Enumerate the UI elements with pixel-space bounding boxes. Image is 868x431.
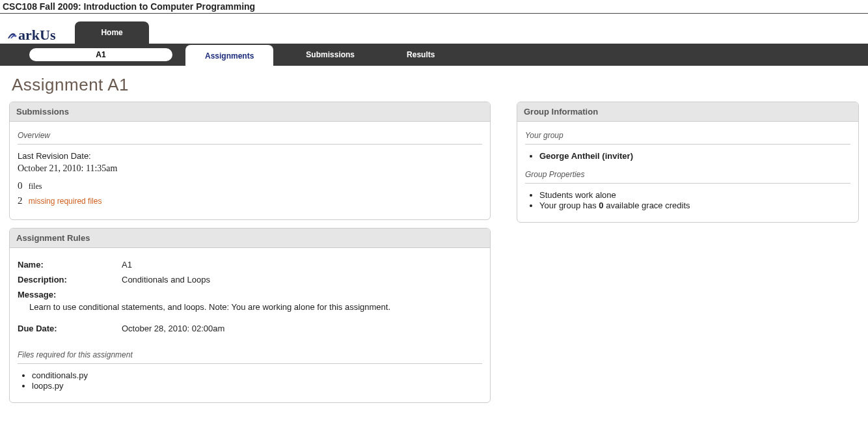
nav-assignments[interactable]: Assignments <box>185 45 273 66</box>
required-file: loops.py <box>32 381 482 391</box>
rule-name-value: A1 <box>122 260 482 270</box>
rule-name-label: Name: <box>18 260 122 270</box>
missing-files-line: 2 missing required files <box>18 195 482 206</box>
logo: arkUs <box>7 27 55 44</box>
right-column: Group Information Your group George Anth… <box>517 102 859 230</box>
left-column: Submissions Overview Last Revision Date:… <box>9 102 491 411</box>
group-props-list: Students work alone Your group has 0 ava… <box>539 190 850 210</box>
group-panel: Group Information Your group George Anth… <box>517 102 859 223</box>
submissions-panel-header: Submissions <box>10 102 490 122</box>
last-revision-label: Last Revision Date: <box>18 151 482 161</box>
home-tab[interactable]: Home <box>75 21 148 44</box>
missing-count: 2 <box>18 195 23 206</box>
rule-desc-label: Description: <box>18 275 122 285</box>
files-count-line: 0 files <box>18 180 482 191</box>
grace-count: 0 <box>599 201 603 210</box>
content-area: Submissions Overview Last Revision Date:… <box>0 102 868 411</box>
rule-desc-value: Conditionals and Loops <box>122 275 482 285</box>
rule-msg-value: Learn to use conditional statements, and… <box>18 299 434 318</box>
grace-pre: Your group has <box>539 201 599 210</box>
files-required-label: Files required for this assignment <box>18 348 482 364</box>
required-file: conditionals.py <box>32 370 482 380</box>
last-revision-value: October 21, 2010: 11:35am <box>18 163 482 174</box>
required-files-list: conditionals.py loops.py <box>32 370 482 391</box>
group-member: George Antheil (inviter) <box>539 151 850 161</box>
files-word: files <box>29 182 42 191</box>
rule-due-value: October 28, 2010: 02:00am <box>122 324 482 333</box>
group-members-list: George Antheil (inviter) <box>539 151 850 161</box>
page-title: Assignment A1 <box>0 66 868 102</box>
missing-files-link[interactable]: missing required files <box>29 197 102 206</box>
assignment-pill[interactable]: A1 <box>29 48 172 61</box>
group-panel-header: Group Information <box>517 102 858 122</box>
submissions-panel: Submissions Overview Last Revision Date:… <box>9 102 491 220</box>
nav-submissions[interactable]: Submissions <box>286 45 374 64</box>
rules-panel: Assignment Rules Name: A1 Description: C… <box>9 228 491 403</box>
nav-bar: A1 Assignments Submissions Results <box>0 44 868 66</box>
group-props-label: Group Properties <box>525 167 850 184</box>
overview-label: Overview <box>18 128 482 145</box>
rule-due-label: Due Date: <box>18 324 122 333</box>
group-prop: Your group has 0 available grace credits <box>539 201 850 210</box>
group-prop: Students work alone <box>539 190 850 200</box>
files-count: 0 <box>18 180 23 191</box>
course-title: CSC108 Fall 2009: Introduction to Comput… <box>0 0 868 14</box>
your-group-label: Your group <box>525 128 850 145</box>
rule-msg-label: Message: <box>18 290 122 299</box>
grace-post: available grace credits <box>604 201 690 210</box>
logo-text: arkUs <box>18 27 55 43</box>
nav-results[interactable]: Results <box>387 45 454 64</box>
logo-swoosh-icon <box>7 29 20 42</box>
rules-panel-header: Assignment Rules <box>10 229 490 248</box>
header-bar: arkUs Home <box>0 14 868 44</box>
